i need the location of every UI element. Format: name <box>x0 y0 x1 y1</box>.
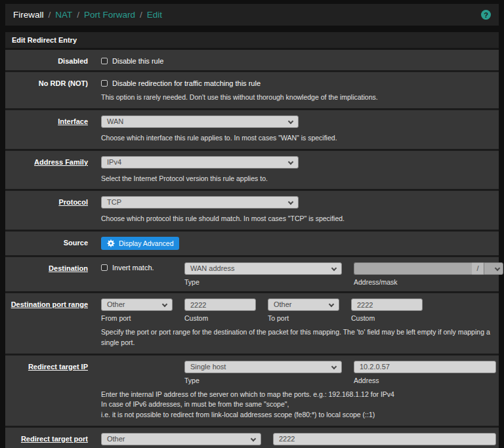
display-advanced-button[interactable]: Display Advanced <box>101 237 179 250</box>
breadcrumb-nat-link[interactable]: NAT <box>55 10 72 20</box>
to-port-select[interactable]: Other <box>268 298 339 311</box>
row-destination-port-range: Destination port range Other From port C… <box>5 293 499 356</box>
interface-help: Choose which interface this rule applies… <box>101 133 496 144</box>
breadcrumb-port-forward-link[interactable]: Port Forward <box>84 10 135 20</box>
disable-rule-checkbox-label: Disable this rule <box>112 57 163 65</box>
redirect-ip-help-line1: Enter the internal IP address of the ser… <box>101 390 496 400</box>
redirect-ip-help-line3: i.e. it is not possible to redirect from… <box>101 410 496 420</box>
redirect-target-ip-label: Redirect target IP <box>5 361 88 420</box>
from-port-custom-sublabel: Custom <box>184 314 256 322</box>
from-port-select[interactable]: Other <box>101 298 173 311</box>
redirect-ip-help-line2: In case of IPv6 addresses, in must be fr… <box>101 399 496 410</box>
destination-address-input[interactable] <box>354 262 472 275</box>
redirect-ip-type-sublabel: Type <box>184 377 342 384</box>
disable-rule-checkbox[interactable] <box>101 58 108 64</box>
row-address-family: Address Family IPv4 Select the Internet … <box>5 151 499 192</box>
chevron-down-icon <box>288 119 293 124</box>
row-interface: Interface WAN Choose which interface thi… <box>5 110 499 151</box>
panel-title: Edit Redirect Entry <box>5 32 499 50</box>
from-port-custom-input[interactable] <box>184 298 256 311</box>
help-icon[interactable]: ? <box>481 10 491 20</box>
nordr-checkbox-label: Disable redirection for traffic matching… <box>112 79 261 87</box>
redirect-ip-address-input[interactable] <box>354 361 496 373</box>
disabled-label: Disabled <box>5 55 88 65</box>
destination-mask-select[interactable] <box>484 262 503 275</box>
redirect-ip-type-select-value: Single host <box>190 363 226 371</box>
nordr-checkbox[interactable] <box>101 80 108 87</box>
protocol-select[interactable]: TCP <box>101 196 299 209</box>
to-port-custom-sublabel: Custom <box>351 314 423 322</box>
chevron-down-icon <box>331 266 337 271</box>
breadcrumb: Firewall / NAT / Port Forward / Edit ? <box>5 4 499 26</box>
breadcrumb-firewall: Firewall <box>13 10 44 20</box>
chevron-down-icon <box>162 302 167 307</box>
breadcrumb-separator: / <box>77 10 79 20</box>
address-family-help: Select the Internet Protocol version thi… <box>101 174 496 184</box>
breadcrumb-separator: / <box>49 10 51 20</box>
destination-type-sublabel: Type <box>184 278 342 286</box>
redirect-target-port-label: Redirect target port <box>5 433 88 448</box>
nordr-help: This option is rarely needed. Don't use … <box>101 92 496 103</box>
chevron-down-icon <box>331 363 337 369</box>
source-label: Source <box>5 237 88 250</box>
redirect-ip-type-select[interactable]: Single host <box>184 361 342 373</box>
chevron-down-icon <box>288 159 293 164</box>
to-port-custom-input[interactable] <box>351 298 423 311</box>
redirect-port-select[interactable]: Other <box>101 433 261 445</box>
chevron-down-icon <box>495 266 500 271</box>
destination-type-select-value: WAN address <box>190 264 234 272</box>
row-protocol: Protocol TCP Choose which protocol this … <box>5 191 499 232</box>
from-port-sublabel: From port <box>101 314 173 322</box>
row-source: Source Display Advanced <box>5 232 499 257</box>
redirect-ip-help: Enter the internal IP address of the ser… <box>101 390 496 420</box>
interface-label: Interface <box>5 115 88 144</box>
destination-port-range-help: Specify the port or port range for the d… <box>101 327 496 348</box>
destination-type-select[interactable]: WAN address <box>184 262 342 275</box>
destination-label: Destination <box>5 262 88 286</box>
breadcrumb-separator: / <box>140 10 142 20</box>
from-port-select-value: Other <box>107 300 125 308</box>
row-redirect-target-ip: Redirect target IP Single host Type Addr… <box>5 356 499 428</box>
protocol-help: Choose which protocol this rule should m… <box>101 214 496 224</box>
interface-select[interactable]: WAN <box>101 115 299 128</box>
to-port-sublabel: To port <box>268 314 339 322</box>
protocol-select-value: TCP <box>107 198 121 206</box>
chevron-down-icon <box>329 302 334 307</box>
nordr-label: No RDR (NOT) <box>5 77 88 103</box>
redirect-port-custom-input[interactable] <box>273 433 496 445</box>
address-family-label: Address Family <box>5 156 88 184</box>
protocol-label: Protocol <box>5 196 88 224</box>
gear-icon <box>107 239 115 247</box>
row-destination: Destination Invert match. WAN address Ty… <box>5 257 499 293</box>
address-family-select-value: IPv4 <box>107 158 121 166</box>
destination-invert-checkbox[interactable] <box>101 264 108 271</box>
address-family-select[interactable]: IPv4 <box>101 156 299 169</box>
chevron-down-icon <box>251 436 256 441</box>
breadcrumb-edit-link[interactable]: Edit <box>147 10 162 20</box>
destination-address-sublabel: Address/mask <box>354 278 503 286</box>
row-nordr: No RDR (NOT) Disable redirection for tra… <box>5 72 499 110</box>
row-disabled: Disabled Disable this rule <box>5 50 499 72</box>
redirect-ip-address-sublabel: Address <box>354 377 496 384</box>
address-mask-separator: / <box>472 262 484 275</box>
row-redirect-target-port: Redirect target port Other Port Custom S… <box>5 428 499 448</box>
destination-port-range-label: Destination port range <box>5 298 88 348</box>
edit-redirect-entry-panel: Edit Redirect Entry Disabled Disable thi… <box>5 32 499 448</box>
chevron-down-icon <box>288 199 293 205</box>
destination-invert-label: Invert match. <box>112 264 154 272</box>
display-advanced-button-label: Display Advanced <box>119 239 173 247</box>
redirect-port-select-value: Other <box>107 435 125 443</box>
to-port-select-value: Other <box>274 300 292 308</box>
interface-select-value: WAN <box>107 117 123 125</box>
